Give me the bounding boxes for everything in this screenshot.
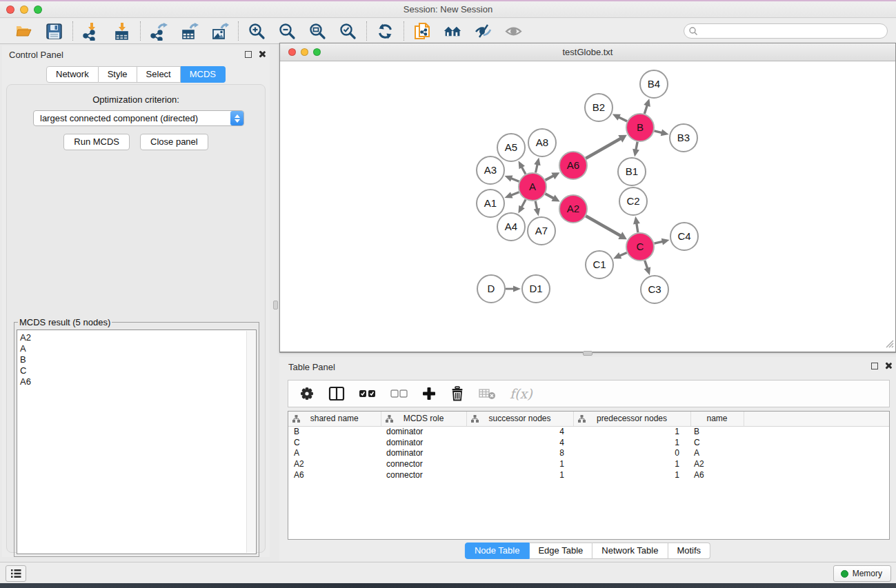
tab-node-table[interactable]: Node Table bbox=[465, 543, 530, 559]
column-header-predecessor-nodes[interactable]: predecessor nodes bbox=[573, 412, 690, 426]
select-all-checkboxes-icon[interactable] bbox=[359, 389, 377, 398]
table-cell[interactable]: dominator bbox=[381, 447, 466, 458]
table-cell[interactable]: C bbox=[690, 437, 744, 448]
table-row[interactable]: Cdominator41C bbox=[288, 437, 889, 448]
search-field[interactable] bbox=[684, 23, 888, 39]
tab-select[interactable]: Select bbox=[137, 66, 181, 83]
mcds-result-item[interactable]: A2 bbox=[20, 332, 256, 343]
table-cell[interactable]: A2 bbox=[690, 458, 744, 469]
save-session-icon[interactable] bbox=[45, 22, 63, 41]
refresh-icon[interactable] bbox=[376, 22, 395, 41]
close-panel-icon[interactable] bbox=[258, 50, 266, 58]
table-cell[interactable]: B bbox=[288, 426, 381, 437]
table-cell[interactable]: 0 bbox=[573, 447, 690, 458]
close-table-panel-icon[interactable] bbox=[884, 362, 892, 369]
optimization-criterion-select[interactable]: largest connected component (directed) bbox=[33, 110, 244, 126]
edge-A-A3[interactable] bbox=[510, 178, 519, 181]
zoom-out-icon[interactable] bbox=[278, 22, 297, 41]
edge-B-B2[interactable] bbox=[618, 116, 627, 121]
table-cell[interactable]: 1 bbox=[466, 469, 573, 480]
export-network-icon[interactable] bbox=[150, 22, 168, 41]
table-cell[interactable]: 1 bbox=[573, 458, 690, 469]
table-cell[interactable]: 1 bbox=[573, 426, 690, 437]
network-window-titlebar[interactable]: testGlobe.txt bbox=[280, 43, 895, 61]
zoom-in-icon[interactable] bbox=[248, 22, 266, 41]
float-panel-icon[interactable] bbox=[245, 51, 252, 58]
table-cell[interactable]: 1 bbox=[466, 458, 573, 469]
mcds-result-item[interactable]: C bbox=[20, 365, 256, 376]
table-cell[interactable]: A bbox=[288, 447, 381, 458]
table-cell[interactable]: B bbox=[690, 426, 744, 437]
table-cell[interactable]: C bbox=[288, 437, 381, 448]
edge-A6-B[interactable] bbox=[586, 138, 621, 158]
table-cell[interactable]: connector bbox=[381, 469, 466, 480]
tab-style[interactable]: Style bbox=[99, 66, 137, 83]
task-history-button[interactable] bbox=[6, 565, 26, 582]
vertical-splitter-handle[interactable] bbox=[273, 301, 278, 310]
table-cell[interactable]: connector bbox=[381, 458, 466, 469]
edge-A-A2[interactable] bbox=[545, 194, 554, 199]
clone-network-icon[interactable] bbox=[413, 22, 432, 41]
mcds-result-item[interactable]: A6 bbox=[20, 376, 256, 387]
edge-C-C3[interactable] bbox=[645, 261, 648, 270]
table-cell[interactable]: 1 bbox=[573, 437, 690, 448]
table-row[interactable]: Adominator80A bbox=[288, 447, 889, 458]
edge-A-A4[interactable] bbox=[521, 200, 526, 208]
splitter-handle[interactable] bbox=[583, 351, 593, 356]
split-columns-icon[interactable] bbox=[328, 386, 345, 401]
table-cell[interactable]: 8 bbox=[466, 447, 573, 458]
search-input[interactable] bbox=[698, 25, 887, 37]
mcds-result-item[interactable]: B bbox=[20, 354, 256, 365]
export-image-icon[interactable] bbox=[210, 22, 229, 41]
column-header-shared-name[interactable]: shared name bbox=[288, 412, 381, 426]
table-cell[interactable]: 4 bbox=[466, 426, 573, 437]
table-cell[interactable]: dominator bbox=[381, 437, 466, 448]
edge-A-A6[interactable] bbox=[546, 175, 555, 180]
edge-A-A1[interactable] bbox=[510, 192, 519, 196]
tab-motifs[interactable]: Motifs bbox=[668, 543, 710, 559]
network-graph[interactable]: B4B2BB3A5A8A6B1A3AC2A1A2A4A7C4CC1C3DD1 bbox=[280, 62, 895, 352]
mcds-result-item[interactable]: A bbox=[20, 343, 256, 354]
function-builder-icon[interactable]: f(x) bbox=[510, 386, 532, 401]
delete-table-icon[interactable] bbox=[479, 387, 496, 400]
table-row[interactable]: Bdominator41B bbox=[288, 426, 889, 437]
edge-A2-C[interactable] bbox=[586, 216, 621, 236]
table-row[interactable]: A2connector11A2 bbox=[288, 458, 889, 469]
memory-button[interactable]: Memory bbox=[833, 565, 891, 582]
edge-C-C2[interactable] bbox=[637, 223, 638, 233]
tab-network[interactable]: Network bbox=[46, 66, 99, 83]
run-mcds-button[interactable]: Run MCDS bbox=[63, 134, 130, 150]
mcds-result-list[interactable]: A2ABCA6 bbox=[17, 330, 257, 554]
add-column-icon[interactable] bbox=[422, 387, 436, 401]
edge-B-B4[interactable] bbox=[644, 105, 647, 114]
gear-icon[interactable] bbox=[299, 386, 315, 401]
table-cell[interactable]: dominator bbox=[381, 426, 466, 437]
import-network-icon[interactable] bbox=[82, 22, 101, 41]
table-cell[interactable]: A2 bbox=[288, 458, 381, 469]
clear-checkboxes-icon[interactable] bbox=[390, 389, 408, 398]
edge-C-C4[interactable] bbox=[654, 241, 663, 243]
import-table-icon[interactable] bbox=[112, 22, 131, 41]
table-row[interactable]: A6connector11A6 bbox=[288, 469, 889, 480]
table-cell[interactable]: 4 bbox=[466, 437, 573, 448]
open-session-icon[interactable] bbox=[14, 22, 33, 41]
close-panel-button[interactable]: Close panel bbox=[140, 134, 208, 150]
network-canvas[interactable]: B4B2BB3A5A8A6B1A3AC2A1A2A4A7C4CC1C3DD1 bbox=[280, 62, 895, 352]
tab-edge-table[interactable]: Edge Table bbox=[529, 543, 593, 559]
show-graphics-icon[interactable] bbox=[504, 22, 523, 41]
edge-A-A8[interactable] bbox=[535, 163, 537, 172]
column-header-successor-nodes[interactable]: successor nodes bbox=[466, 412, 573, 426]
export-table-icon[interactable] bbox=[180, 22, 199, 41]
resize-grip-icon[interactable] bbox=[884, 338, 894, 350]
tab-network-table[interactable]: Network Table bbox=[593, 543, 668, 559]
table-cell[interactable]: A bbox=[690, 447, 744, 458]
table-cell[interactable]: A6 bbox=[690, 469, 744, 480]
scrollbar-track[interactable] bbox=[246, 331, 255, 553]
table-cell[interactable]: 1 bbox=[573, 469, 690, 480]
column-header-MCDS-role[interactable]: MCDS role bbox=[381, 412, 466, 426]
hide-graphics-icon[interactable] bbox=[474, 22, 492, 41]
float-table-panel-icon[interactable] bbox=[871, 363, 878, 369]
table-cell[interactable]: A6 bbox=[288, 469, 381, 480]
column-header-name[interactable]: name bbox=[690, 412, 744, 426]
home-icon[interactable] bbox=[444, 22, 462, 41]
